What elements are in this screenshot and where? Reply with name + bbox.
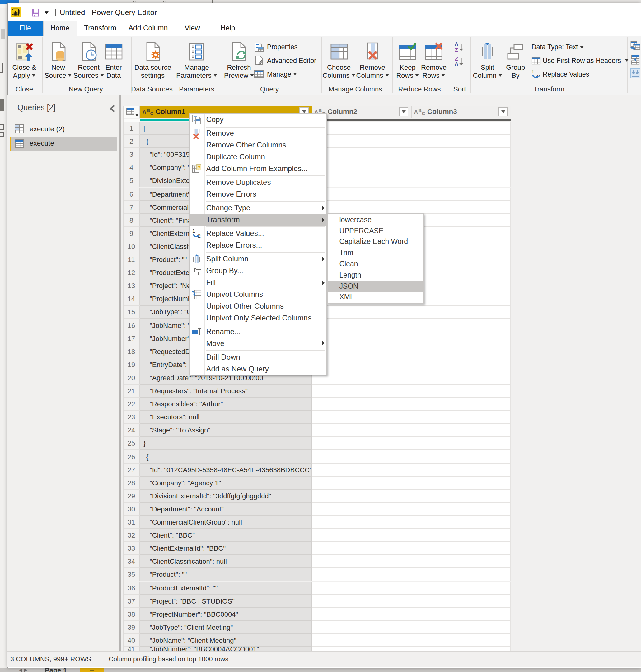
svg-text:A: A [455, 61, 459, 67]
svg-text:Z: Z [455, 56, 458, 62]
svg-text:1: 1 [531, 69, 534, 74]
svg-text:A: A [455, 41, 459, 47]
svg-text:Z: Z [455, 47, 458, 53]
svg-text:1: 1 [192, 229, 195, 234]
